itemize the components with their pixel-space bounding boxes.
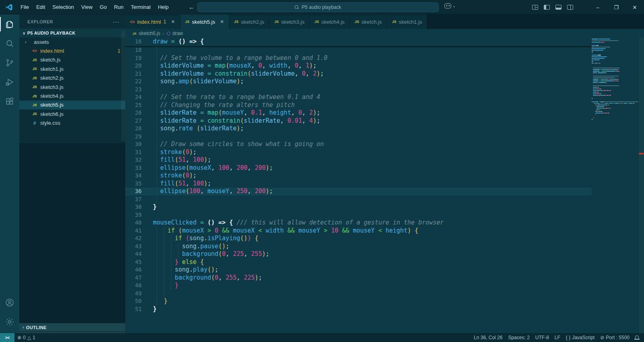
menu-file[interactable]: File [17, 0, 33, 14]
code-line-41[interactable]: 41 if (mouseX > 0 && mouseX < width && m… [125, 227, 592, 235]
restore-button[interactable]: ❐ [607, 0, 625, 14]
tab-sketch4.js[interactable]: JSsketch4.js [310, 14, 350, 29]
toggle-panel-icon[interactable] [555, 5, 561, 10]
close-tab-icon[interactable]: ✕ [220, 19, 224, 25]
sticky-scroll-line[interactable]: 16draw = () => { [125, 38, 592, 46]
file-sketch.js[interactable]: JSsketch.js [19, 56, 125, 64]
code-line-42[interactable]: 42 if (song.isPlaying()) { [125, 235, 592, 243]
code-line-39[interactable]: 39 [125, 211, 592, 219]
menu-terminal[interactable]: Terminal [127, 0, 154, 14]
minimize-button[interactable]: – [588, 0, 607, 14]
code-line-38[interactable]: 38} [125, 203, 592, 211]
code-line-31[interactable]: 31 stroke(0); [125, 148, 592, 157]
code-line-45[interactable]: 45 } else { [125, 258, 592, 266]
code-line-35[interactable]: 35 fill(51, 100); [125, 180, 592, 188]
code-line-25[interactable]: 25 // Changing the rate alters the pitch [125, 101, 592, 109]
code-line-48[interactable]: 48 } [125, 282, 592, 290]
statusbar-encoding[interactable]: UTF-8 [533, 333, 552, 342]
minimap[interactable] [592, 38, 638, 333]
close-button[interactable]: ✕ [625, 0, 644, 14]
menu-go[interactable]: Go [96, 0, 110, 14]
code-line-32[interactable]: 32 fill(51, 100); [125, 156, 592, 164]
sticky-line-16[interactable]: 16draw = () => { [125, 38, 592, 46]
code-line-23[interactable]: 23 [125, 86, 592, 94]
file-sketch5.js[interactable]: JSsketch5.js [19, 101, 125, 109]
code-line-22[interactable]: 22 song.amp(sliderVolume); [125, 78, 592, 86]
code-line-33[interactable]: 33 ellipse(mouseX, 100, 200, 200); [125, 164, 592, 172]
run-debug-icon[interactable] [0, 72, 19, 92]
code-line-21[interactable]: 21 sliderVolume = constrain(sliderVolume… [125, 70, 592, 78]
file-sketch4.js[interactable]: JSsketch4.js [19, 91, 125, 100]
code-line-47[interactable]: 47 background(0, 255, 225); [125, 274, 592, 282]
close-tab-icon[interactable]: ✕ [171, 19, 175, 25]
breadcrumb-symbol[interactable]: draw [173, 31, 183, 36]
account-icon[interactable] [0, 293, 19, 312]
file-sketch6.js[interactable]: JSsketch6.js [19, 109, 125, 118]
problems-indicator[interactable]: ⊗ 0 △ 1 [14, 333, 38, 342]
outline-section[interactable]: › OUTLINE [19, 323, 125, 332]
copilot-menu[interactable]: ⌄ [444, 3, 456, 8]
code-line-50[interactable]: 50 } [125, 297, 592, 305]
file-style.css[interactable]: #style.css [19, 119, 125, 128]
code-line-18[interactable]: 18 [125, 46, 592, 54]
menu-view[interactable]: View [78, 0, 96, 14]
code-line-19[interactable]: 19 // Set the volume to a range between … [125, 54, 592, 62]
tab-sketch1.js[interactable]: JSsketch1.js [387, 14, 427, 29]
tab-index.html[interactable]: <>index.html1✕ [125, 14, 180, 29]
code-line-51[interactable]: 51} [125, 305, 592, 313]
command-center-search[interactable]: P5 audio playback [197, 2, 439, 12]
statusbar-language-mode[interactable]: { }JavaScript [563, 333, 597, 342]
extensions-icon[interactable] [0, 92, 19, 111]
toggle-secondary-sidebar-icon[interactable] [567, 5, 573, 10]
tab-sketch3.js[interactable]: JSsketch3.js [269, 14, 310, 29]
code-editor[interactable]: 16draw = () => { 1819 // Set the volume … [125, 38, 644, 333]
sidebar-scrollbar[interactable] [121, 31, 125, 141]
code-line-20[interactable]: 20 sliderVolume = map(mouseX, 0, width, … [125, 62, 592, 70]
project-folder-row[interactable]: ∨ P5 AUDIO PLAYBACK [19, 29, 125, 37]
statusbar-notifications[interactable] [632, 333, 642, 342]
file-assets[interactable]: ›assets [19, 37, 125, 46]
explorer-actions-icon[interactable]: ··· [113, 19, 120, 25]
code-line-37[interactable]: 37 [125, 196, 592, 204]
code-line-29[interactable]: 29 [125, 133, 592, 141]
customize-layout-icon[interactable] [532, 5, 538, 10]
file-sketch3.js[interactable]: JSsketch3.js [19, 82, 125, 91]
explorer-icon[interactable] [0, 14, 19, 34]
file-sketch2.js[interactable]: JSsketch2.js [19, 74, 125, 82]
remote-indicator[interactable]: >< [0, 333, 14, 342]
back-arrow-icon[interactable]: ← [188, 4, 195, 11]
code-line-49[interactable]: 49 [125, 290, 592, 298]
code-line-26[interactable]: 26 sliderRate = map(mouseY, 0.1, height,… [125, 109, 592, 117]
code-line-43[interactable]: 43 song.pause(); [125, 243, 592, 251]
file-sketch1.js[interactable]: JSsketch1.js [19, 64, 125, 73]
line-text: song.play(); [153, 266, 219, 274]
code-line-28[interactable]: 28 song.rate (sliderRate); [125, 125, 592, 133]
code-line-30[interactable]: 30 // Draw some circles to show what is … [125, 140, 592, 148]
code-line-40[interactable]: 40mouseClicked = () => { /// this will a… [125, 219, 592, 227]
menu-edit[interactable]: Edit [33, 0, 49, 14]
toggle-primary-sidebar-icon[interactable] [544, 5, 550, 10]
tab-sketch.js[interactable]: JSsketch.js [350, 14, 387, 29]
minimap-line [593, 71, 600, 72]
code-line-46[interactable]: 46 song.play(); [125, 266, 592, 274]
editor-scrollbar[interactable] [638, 38, 644, 333]
code-line-44[interactable]: 44 background(0, 225, 255); [125, 250, 592, 258]
code-line-27[interactable]: 27 sliderRate = constrain(sliderRate, 0.… [125, 117, 592, 125]
settings-gear-icon[interactable] [0, 312, 19, 332]
source-control-icon[interactable] [0, 53, 19, 72]
file-index.html[interactable]: <>index.html1 [19, 46, 125, 55]
search-sidebar-icon[interactable] [0, 34, 19, 53]
menu-run[interactable]: Run [110, 0, 127, 14]
breadcrumb-file[interactable]: sketch5.js [139, 31, 160, 36]
code-line-34[interactable]: 34 stroke(0); [125, 172, 592, 180]
menu-selection[interactable]: Selection [49, 0, 77, 14]
statusbar-eol[interactable]: LF [552, 333, 563, 342]
tab-sketch5.js[interactable]: JSsketch5.js✕ [180, 14, 229, 29]
statusbar-indentation[interactable]: Spaces: 2 [505, 333, 532, 342]
tab-sketch2.js[interactable]: JSsketch2.js [229, 14, 270, 29]
statusbar-live-server-port[interactable]: ⊘Port : 5500 [597, 333, 632, 342]
code-line-24[interactable]: 24 // Set the rate to a range between 0.… [125, 93, 592, 101]
statusbar-cursor-position[interactable]: Ln 36, Col 26 [471, 333, 505, 342]
code-line-36[interactable]: 36 ellipse(100, mouseY, 250, 200); [125, 187, 592, 196]
menu-help[interactable]: Help [154, 0, 172, 14]
